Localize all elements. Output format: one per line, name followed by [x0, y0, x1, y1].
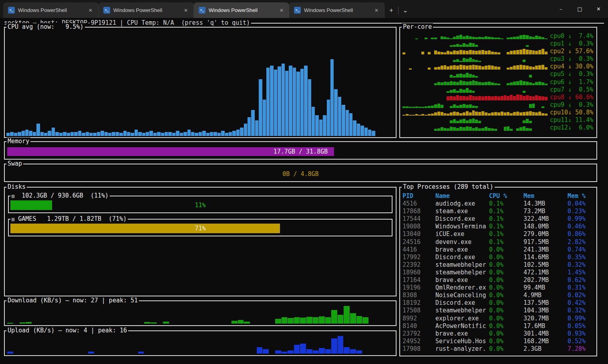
- process-pid: 24952: [403, 338, 435, 345]
- core-label: cpu4 ↓ 30.0%: [550, 63, 595, 70]
- process-name: Discord.exe: [435, 215, 489, 223]
- close-tab-icon[interactable]: ✕: [181, 7, 190, 14]
- process-mem: 202.7MB: [523, 276, 568, 284]
- process-pid: 8992: [403, 315, 435, 322]
- process-name: steam.exe: [435, 208, 489, 215]
- process-row: 17992Discord.exe0.0%114.6MB0.35%: [403, 254, 595, 261]
- core-label: cpu10↓ 50.8%: [550, 109, 595, 116]
- process-cpu: 0.0%: [489, 276, 523, 284]
- column-header: PID: [403, 192, 435, 200]
- core-label: cpu6 ↓ 1.7%: [550, 78, 595, 86]
- panel-memory: Memory 17.7GB / 31.8GB: [4, 141, 597, 160]
- core-spark-chart: [403, 94, 550, 101]
- core-label: cpu0 ↓ 7.4%: [550, 32, 595, 40]
- per-core-rows: cpu0 ↓ 7.4%cpu1 ↓ 0.3%cpu2 ↓ 57.6%cpu3 ↓…: [403, 32, 595, 136]
- close-window-button[interactable]: ✕: [589, 0, 608, 18]
- disk-gauge: 71%: [10, 224, 390, 233]
- core-spark-chart: [403, 124, 550, 132]
- process-row: 23792brave.exe0.0%301.4MB0.93%: [403, 330, 595, 338]
- tab-bar: >_Windows PowerShell✕>_Windows PowerShel…: [0, 2, 385, 18]
- disk-subpanel: ▤ 102.3GB / 930.6GB (11%)11%: [8, 196, 393, 213]
- process-mem-pct: 0.99%: [568, 315, 595, 322]
- process-mem: 148.0MB: [523, 223, 568, 230]
- process-cpu: 0.1%: [489, 208, 523, 215]
- disk-gauge: 11%: [10, 200, 390, 210]
- tab-dropdown-button[interactable]: ⌄: [399, 2, 412, 18]
- tab-windows-powershell[interactable]: >_Windows PowerShell✕: [289, 2, 385, 18]
- process-pid: 18192: [403, 299, 435, 307]
- core-spark-chart: [403, 63, 550, 70]
- tab-windows-powershell[interactable]: >_Windows PowerShell✕: [194, 2, 289, 18]
- core-row: cpu1 ↓ 0.3%: [403, 40, 595, 48]
- process-pid: 24516: [403, 238, 435, 246]
- process-mem: 104.3MB: [523, 307, 568, 314]
- upload-title: Upload (KB/s) — now: 4 | peak: 16: [6, 327, 128, 334]
- process-mem: 4.9MB: [523, 292, 568, 299]
- panel-cpu-avg: CPU avg (now: 9.5%): [4, 27, 397, 138]
- process-mem-pct: 0.32%: [568, 307, 595, 314]
- cpu-history-chart: [6, 32, 394, 136]
- close-tab-icon[interactable]: ✕: [86, 7, 95, 14]
- process-name: steamwebhelper: [435, 269, 489, 276]
- process-pid: 18960: [403, 269, 435, 276]
- process-mem: 241.3MB: [523, 246, 568, 254]
- process-pid: 19196: [403, 284, 435, 292]
- process-pid: 8308: [403, 292, 435, 299]
- close-tab-icon[interactable]: ✕: [277, 7, 286, 14]
- core-label: cpu3 ↓ 0.3%: [550, 55, 595, 63]
- tab-windows-powershell[interactable]: >_Windows PowerShell✕: [99, 2, 194, 18]
- process-mem-pct: 0.74%: [568, 246, 595, 254]
- process-mem: 73.2MB: [523, 208, 568, 215]
- column-header: Name: [435, 192, 489, 200]
- core-spark-chart: [403, 116, 550, 124]
- process-cpu: 0.1%: [489, 230, 523, 238]
- upload-history-chart: [7, 336, 393, 354]
- disks-title: Disks: [6, 183, 27, 191]
- process-name: explorer.exe: [435, 315, 489, 322]
- windows-terminal-window: >_Windows PowerShell✕>_Windows PowerShel…: [0, 0, 608, 364]
- process-pid: 17908: [403, 345, 435, 353]
- process-row: 8992explorer.exe0.0%320.7MB0.99%: [403, 315, 595, 322]
- process-cpu: 0.1%: [489, 215, 523, 223]
- process-mem: 102.5MB: [523, 261, 568, 269]
- tab-windows-powershell[interactable]: >_Windows PowerShell✕: [3, 2, 99, 18]
- process-mem: 322.4MB: [523, 215, 568, 223]
- process-mem: 17.6MB: [523, 322, 568, 330]
- memory-gauge-label: 17.7GB / 31.8GB: [7, 147, 594, 156]
- process-mem-pct: 0.04%: [568, 200, 595, 208]
- process-row: 17508steamwebhelper0.0%104.3MB0.32%: [403, 307, 595, 314]
- powershell-icon: >_: [103, 7, 110, 14]
- process-cpu: 0.0%: [489, 292, 523, 299]
- process-name: WindowsTermina: [435, 223, 489, 230]
- core-row: cpu5 ↓ 0.3%: [403, 70, 595, 78]
- core-label: cpu12↓ 6.0%: [550, 124, 595, 132]
- core-row: cpu7 ↓ 0.5%: [403, 86, 595, 94]
- process-cpu: 0.1%: [489, 223, 523, 230]
- process-mem-pct: 0.46%: [568, 223, 595, 230]
- process-row: 18192Discord.exe0.0%137.5MB0.42%: [403, 299, 595, 307]
- process-row: 17868steam.exe0.1%73.2MB0.23%: [403, 208, 595, 215]
- process-pid: 17992: [403, 254, 435, 261]
- process-cpu: 0.0%: [489, 345, 523, 353]
- process-row: 4516audiodg.exe0.1%14.3MB0.04%: [403, 200, 595, 208]
- close-tab-icon[interactable]: ✕: [372, 7, 381, 14]
- process-cpu: 0.0%: [489, 338, 523, 345]
- maximize-button[interactable]: □: [570, 0, 589, 18]
- process-pid: 17164: [403, 276, 435, 284]
- process-row: 22392steamwebhelper0.0%102.5MB0.32%: [403, 261, 595, 269]
- process-table: PIDNameCPU %MemMem %4516audiodg.exe0.1%1…: [403, 192, 595, 355]
- process-row: 19196QmlRenderer.ex0.0%99.4MB0.31%: [403, 284, 595, 292]
- process-row: 17164brave.exe0.0%202.7MB0.62%: [403, 276, 595, 284]
- core-spark-chart: [403, 78, 550, 86]
- disk-gauge-label: 71%: [10, 224, 390, 233]
- tab-title: Windows PowerShell: [18, 7, 86, 13]
- process-mem: 320.7MB: [523, 315, 568, 322]
- process-mem-pct: 0.42%: [568, 299, 595, 307]
- core-spark-chart: [403, 109, 550, 116]
- minimize-button[interactable]: –: [552, 0, 570, 18]
- panel-upload: Upload (KB/s) — now: 4 | peak: 16: [4, 330, 397, 356]
- process-cpu: 0.0%: [489, 284, 523, 292]
- process-row: 8140AcPowerNotific0.0%17.6MB0.05%: [403, 322, 595, 330]
- new-tab-button[interactable]: +: [385, 2, 398, 18]
- process-cpu: 0.1%: [489, 200, 523, 208]
